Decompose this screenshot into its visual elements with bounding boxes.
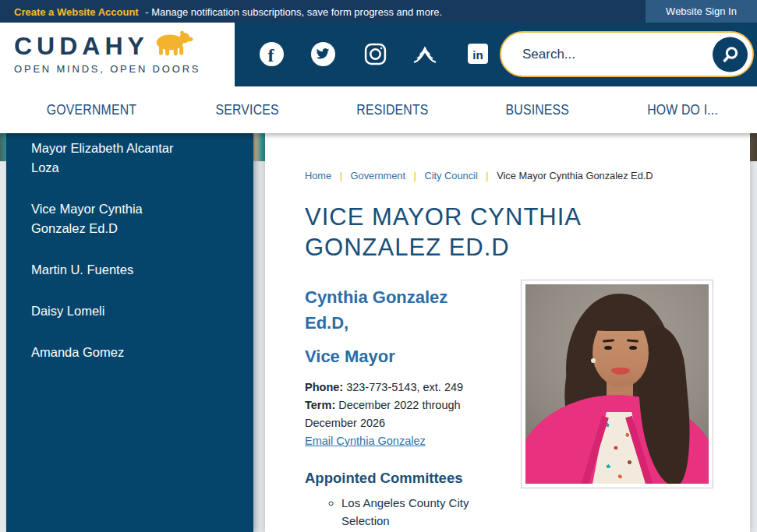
sidebar-item-mayor[interactable]: Mayor Elizabeth Alcantar Loza <box>31 139 199 178</box>
nav-item-residents[interactable]: RESIDENTS <box>356 102 428 118</box>
portrait-column <box>521 280 713 530</box>
linkedin-icon[interactable]: in <box>465 41 491 67</box>
create-account-link[interactable]: Create a Website Account <box>14 5 139 17</box>
breadcrumb-separator: | <box>486 170 488 181</box>
account-promo-text: Create a Website Account - Manage notifi… <box>14 5 442 17</box>
portrait-frame <box>521 280 713 488</box>
sidebar-item-gomez[interactable]: Amanda Gomez <box>31 343 199 362</box>
phone-label: Phone: <box>305 381 343 393</box>
nav-item-how-do-i[interactable]: HOW DO I... <box>647 102 718 118</box>
logo-wordmark: CUDAHY <box>14 33 149 59</box>
search-bar <box>500 31 754 77</box>
sidebar-item-lomeli[interactable]: Daisy Lomeli <box>31 301 199 321</box>
committee-item: Los Angeles County City Selection <box>341 494 480 530</box>
breadcrumb-home[interactable]: Home <box>305 170 331 181</box>
nextdoor-icon[interactable] <box>412 41 438 67</box>
term-label: Term: <box>305 399 335 411</box>
account-promo-description: - Manage notification subscriptions, sav… <box>145 5 442 17</box>
breadcrumb: Home | Government | City Council | Vice … <box>305 170 713 181</box>
website-sign-in-button[interactable]: Website Sign In <box>646 0 757 23</box>
sidebar-item-fuentes[interactable]: Martin U. Fuentes <box>31 260 199 280</box>
phone-value: 323-773-5143, ext. 249 <box>346 381 463 393</box>
facebook-icon[interactable]: f <box>258 41 285 67</box>
committees-heading: Appointed Committees <box>305 470 514 487</box>
site-logo[interactable]: CUDAHY OPEN MINDS, OPEN DOORS <box>14 31 200 75</box>
email-link[interactable]: Email Cynthia Gonzalez <box>305 432 426 450</box>
profile-term: Term: December 2022 through December 202… <box>305 396 490 432</box>
breadcrumb-current: Vice Mayor Cynthia Gonzalez Ed.D <box>497 170 653 181</box>
breadcrumb-separator: | <box>340 170 342 181</box>
search-input[interactable] <box>522 33 702 76</box>
sidebar-item-vice-mayor[interactable]: Vice Mayor Cynthia Gonzalez Ed.D <box>31 199 199 238</box>
council-sidebar: Mayor Elizabeth Alcantar Loza Vice Mayor… <box>6 133 253 532</box>
profile-name: Cynthia Gonzalez Ed.D, <box>305 284 465 336</box>
nav-item-business[interactable]: BUSINESS <box>506 102 570 118</box>
bear-icon <box>150 30 196 61</box>
main-content: Home | Government | City Council | Vice … <box>265 133 750 532</box>
primary-nav: GOVERNMENT SERVICES RESIDENTS BUSINESS H… <box>0 86 757 133</box>
twitter-icon[interactable] <box>310 41 336 67</box>
instagram-icon[interactable] <box>362 41 388 67</box>
nav-item-services[interactable]: SERVICES <box>215 102 278 118</box>
page-title: VICE MAYOR CYNTHIA GONZALEZ ED.D <box>305 202 679 262</box>
breadcrumb-government[interactable]: Government <box>351 170 405 181</box>
utility-bar: Create a Website Account - Manage notifi… <box>0 0 757 23</box>
breadcrumb-separator: | <box>414 170 416 181</box>
nav-item-government[interactable]: GOVERNMENT <box>47 102 136 118</box>
search-button[interactable] <box>713 37 748 72</box>
portrait-photo <box>525 284 709 484</box>
search-icon <box>721 45 740 64</box>
breadcrumb-city-council[interactable]: City Council <box>424 170 477 181</box>
svg-text:in: in <box>472 48 483 62</box>
profile-phone: Phone: 323-773-5143, ext. 249 <box>305 379 490 396</box>
logo-tagline: OPEN MINDS, OPEN DOORS <box>14 63 200 75</box>
committees-list: Los Angeles County City Selection <box>305 494 514 530</box>
profile-details: Cynthia Gonzalez Ed.D, Vice Mayor Phone:… <box>305 284 514 530</box>
profile-role: Vice Mayor <box>305 344 514 369</box>
site-header: CUDAHY OPEN MINDS, OPEN DOORS <box>0 23 757 86</box>
